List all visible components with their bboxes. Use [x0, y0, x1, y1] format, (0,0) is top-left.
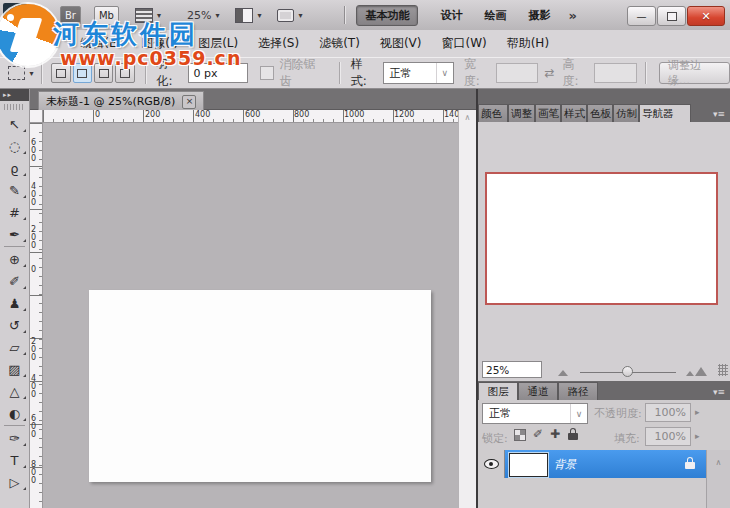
- zoom-out-icon[interactable]: [558, 370, 568, 376]
- workspace-painting-button[interactable]: 绘画: [484, 8, 506, 23]
- opacity-spinner-icon[interactable]: ▸: [695, 407, 700, 417]
- ruler-number: 800: [294, 110, 309, 119]
- tab-paths[interactable]: 路径: [558, 382, 598, 400]
- chevron-down-icon[interactable]: ▾: [257, 11, 261, 20]
- tools-grip[interactable]: [4, 104, 25, 110]
- workspace-photography-button[interactable]: 摄影: [528, 8, 550, 23]
- blur-tool[interactable]: △: [0, 380, 29, 402]
- tab-layers[interactable]: 图层: [478, 382, 518, 400]
- eye-icon[interactable]: [484, 459, 499, 469]
- scroll-up-icon[interactable]: ∧: [716, 458, 722, 467]
- opacity-value[interactable]: 100%: [645, 403, 691, 422]
- tools-collapse-button[interactable]: ▸▸: [0, 89, 29, 101]
- marquee-tool[interactable]: ◌: [0, 135, 29, 157]
- quick-select-icon: ✎: [9, 183, 20, 198]
- close-button[interactable]: ✕: [687, 6, 725, 26]
- workspace-overflow-chevron[interactable]: »: [568, 8, 576, 23]
- type-tool[interactable]: T: [0, 449, 29, 471]
- options-separator: [645, 62, 647, 84]
- width-input[interactable]: [496, 63, 539, 83]
- lock-pixels-icon[interactable]: ✐: [533, 427, 543, 441]
- screen-mode-icon[interactable]: [277, 9, 294, 22]
- tab-adjustments[interactable]: 调整: [508, 104, 535, 122]
- new-selection-icon: [56, 69, 66, 78]
- minimize-button[interactable]: —: [627, 6, 656, 26]
- panel-menu-icon[interactable]: ▾≡: [708, 109, 730, 122]
- height-input[interactable]: [594, 63, 637, 83]
- pen-tool[interactable]: ✑: [0, 427, 29, 449]
- navigator-preview[interactable]: [485, 172, 718, 305]
- move-tool[interactable]: ↖: [0, 113, 29, 135]
- dodge-tool[interactable]: ◐: [0, 402, 29, 424]
- blend-mode-select[interactable]: 正常 ∨: [482, 403, 588, 424]
- fill-value[interactable]: 100%: [645, 427, 691, 446]
- tab-brush[interactable]: 画笔: [535, 104, 561, 122]
- style-select[interactable]: 正常 ∨: [383, 62, 454, 84]
- brush-tool[interactable]: ✐: [0, 270, 29, 292]
- ruler-number: 600: [31, 415, 38, 439]
- menu-filter[interactable]: 滤镜(T): [309, 35, 370, 52]
- quick-select-tool[interactable]: ✎: [0, 179, 29, 201]
- swap-dimensions-icon[interactable]: ⇄: [544, 66, 554, 80]
- ruler-number: 1000: [344, 110, 364, 119]
- tab-swatches[interactable]: 色板: [587, 104, 613, 122]
- lock-position-icon[interactable]: ✚: [550, 427, 560, 441]
- zoom-slider-thumb[interactable]: [622, 366, 633, 377]
- layer-row-background[interactable]: 背景: [479, 450, 706, 478]
- ruler-number: 600: [245, 110, 260, 119]
- workspace-design-button[interactable]: 设计: [440, 8, 462, 23]
- tab-channels[interactable]: 通道: [518, 382, 558, 400]
- menu-window[interactable]: 窗口(W): [431, 35, 496, 52]
- arrange-documents-icon[interactable]: [235, 8, 253, 23]
- layers-scrollbar[interactable]: ∧: [706, 450, 730, 508]
- document-tab[interactable]: 未标题-1 @ 25%(RGB/8) ×: [38, 91, 204, 111]
- clone-stamp-tool[interactable]: ♟: [0, 292, 29, 314]
- tab-styles[interactable]: 样式: [561, 104, 587, 122]
- lock-transparency-icon[interactable]: [514, 429, 526, 441]
- crop-tool[interactable]: #: [0, 201, 29, 223]
- visibility-cell[interactable]: [479, 450, 505, 478]
- tools-separator: [4, 246, 25, 247]
- tab-navigator[interactable]: 导航器: [639, 104, 691, 122]
- tool-preset-icon[interactable]: [8, 66, 25, 80]
- lock-all-icon[interactable]: [568, 428, 578, 440]
- tab-color[interactable]: 颜色: [478, 104, 508, 122]
- chevron-down-icon[interactable]: ▾: [29, 69, 33, 78]
- lasso-tool[interactable]: ϱ: [0, 157, 29, 179]
- gradient-tool[interactable]: ▨: [0, 358, 29, 380]
- eyedropper-tool[interactable]: ✒: [0, 223, 29, 245]
- zoom-in-icon[interactable]: [686, 371, 694, 376]
- ruler-number: 0: [31, 266, 38, 274]
- fill-spinner-icon[interactable]: ▸: [695, 431, 700, 441]
- lasso-icon: ϱ: [10, 161, 18, 176]
- canvas[interactable]: [43, 123, 458, 508]
- tab-clone-source[interactable]: 仿制: [613, 104, 639, 122]
- antialias-checkbox[interactable]: [260, 66, 274, 80]
- watermark-site-url: www.pc0359.cn: [60, 47, 241, 69]
- tab-close-icon[interactable]: ×: [182, 95, 196, 109]
- combo-arrow-icon: ∨: [436, 63, 453, 83]
- history-brush-tool[interactable]: ↺: [0, 314, 29, 336]
- marquee-icon: ◌: [9, 139, 20, 154]
- healing-brush-tool[interactable]: ⊕: [0, 248, 29, 270]
- menu-help[interactable]: 帮助(H): [497, 35, 559, 52]
- zoom-in-icon[interactable]: [695, 367, 707, 376]
- chevron-down-icon[interactable]: ▾: [215, 11, 219, 20]
- vertical-scrollbar[interactable]: ∧: [458, 110, 476, 508]
- path-select-tool[interactable]: ▷: [0, 471, 29, 493]
- navigator-zoom-input[interactable]: 25%: [482, 361, 542, 378]
- panel-menu-icon[interactable]: ▾≡: [708, 387, 730, 400]
- document-canvas[interactable]: [89, 290, 431, 482]
- layer-lock-icon: [685, 457, 695, 469]
- eraser-tool[interactable]: ▱: [0, 336, 29, 358]
- panel-resize-grip[interactable]: [718, 364, 728, 376]
- restore-button[interactable]: [657, 6, 686, 26]
- refine-edge-button[interactable]: 调整边缘…: [659, 62, 730, 84]
- layer-thumbnail[interactable]: [509, 453, 548, 477]
- workspace-basic-button[interactable]: 基本功能: [356, 5, 418, 26]
- scroll-up-icon[interactable]: ∧: [459, 113, 476, 122]
- menu-view[interactable]: 视图(V): [370, 35, 432, 52]
- layer-name[interactable]: 背景: [554, 457, 576, 472]
- chevron-down-icon[interactable]: ▾: [298, 11, 302, 20]
- menu-select[interactable]: 选择(S): [248, 35, 309, 52]
